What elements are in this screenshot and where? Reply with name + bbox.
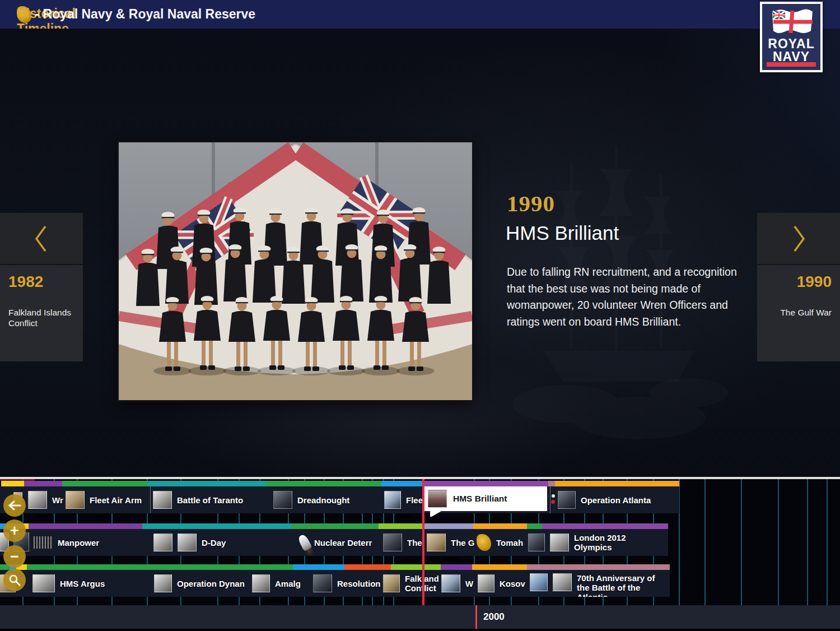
event-label: Wr bbox=[52, 495, 63, 505]
timeline-event-tomahawk[interactable]: Tomah bbox=[477, 529, 523, 556]
event-thumbnail bbox=[428, 490, 447, 508]
axis-year-label: 2000 bbox=[483, 611, 505, 623]
chevron-left-icon bbox=[31, 221, 52, 256]
timeline-event-hms-brilliant-selected[interactable]: HMS Brilliant bbox=[423, 486, 547, 511]
timeline-event-london-2012-olympics[interactable]: London 2012 Olympics bbox=[528, 529, 637, 556]
timeline-strip-row-2 bbox=[0, 523, 840, 529]
row-divider bbox=[150, 486, 151, 513]
event-label: Kosov bbox=[500, 579, 525, 588]
event-label: Nuclear Deterr bbox=[314, 538, 372, 548]
event-label: Dreadnought bbox=[297, 495, 349, 505]
event-label: Operation Atlanta bbox=[581, 495, 651, 505]
timeline-event-amalgamation[interactable]: Amalg bbox=[252, 570, 301, 597]
zoom-in-button[interactable]: + bbox=[3, 519, 26, 542]
timeline-event-battle-of-taranto[interactable]: Battle of Taranto bbox=[153, 486, 243, 513]
zoom-out-button[interactable]: − bbox=[3, 545, 26, 568]
chevron-right-icon bbox=[788, 221, 809, 256]
timeline-event-wrns[interactable]: Wr bbox=[28, 486, 63, 513]
event-thumbnail bbox=[153, 491, 172, 509]
main-stage: 1990 HMS Brilliant Due to falling RN rec… bbox=[0, 29, 840, 477]
event-thumbnail bbox=[34, 536, 53, 549]
prev-event-panel[interactable]: 1982 Falkland Islands Conflict bbox=[0, 265, 83, 361]
timeline-row-3: HMS Argus Operation Dynan Amalg Resoluti… bbox=[0, 570, 670, 597]
event-label: Operation Dynan bbox=[177, 579, 245, 588]
event-photo-wrens bbox=[119, 142, 472, 400]
next-event-year: 1990 bbox=[766, 273, 832, 291]
timeline-cursor[interactable] bbox=[422, 479, 424, 605]
timeline-event-operation-dynamo[interactable]: Operation Dynan bbox=[154, 570, 245, 597]
timeline-event-the-truncated[interactable]: The bbox=[383, 529, 422, 556]
poppy-marker-icon bbox=[552, 494, 555, 498]
event-label: London 2012 Olympics bbox=[574, 533, 637, 552]
rocket-thumbnail bbox=[297, 533, 312, 551]
timeline-event-kosovo[interactable]: Kosov bbox=[478, 570, 525, 597]
event-thumbnail bbox=[32, 574, 55, 592]
timeline-event-nuclear-deterrent[interactable]: Nuclear Deterr bbox=[300, 529, 372, 556]
timeline-event-fleet-air-arm[interactable]: Fleet Air Arm bbox=[66, 486, 142, 513]
event-thumbnail bbox=[273, 491, 292, 509]
event-thumbnail bbox=[178, 533, 197, 551]
timeline-strip-row-3 bbox=[0, 564, 840, 570]
next-event-label: The Gulf War bbox=[766, 307, 832, 318]
logo-red-bar bbox=[767, 62, 816, 67]
event-label: Battle of Taranto bbox=[177, 495, 243, 505]
page-title-highlight: Historical Timeline bbox=[17, 6, 31, 23]
event-label: Flee bbox=[406, 495, 423, 505]
timeline-event-d-day[interactable]: D-Day bbox=[153, 529, 226, 556]
timeline-axis: 2000 bbox=[0, 605, 840, 629]
search-button[interactable] bbox=[3, 569, 26, 591]
prev-event-button[interactable] bbox=[0, 213, 83, 264]
search-icon bbox=[8, 574, 21, 586]
event-thumbnail bbox=[478, 574, 494, 592]
timeline-event-w-truncated[interactable]: W bbox=[441, 570, 473, 597]
event-thumbnail bbox=[477, 534, 491, 551]
event-thumbnail bbox=[252, 574, 270, 592]
timeline-event-the-gulf-truncated[interactable]: The G bbox=[427, 529, 475, 556]
white-ensign-flag-icon bbox=[768, 7, 819, 38]
event-label: D-Day bbox=[202, 538, 226, 548]
event-label: HMS Argus bbox=[60, 579, 105, 588]
detail-description: Due to falling RN recruitment, and a rec… bbox=[507, 264, 738, 330]
timeline-row-2: Manpower D-Day Nuclear Deterr The The G bbox=[0, 529, 668, 556]
event-label: 70th Anniversary of the Battle of the At… bbox=[577, 573, 666, 597]
event-thumbnail bbox=[154, 574, 172, 592]
timeline-footer-strip bbox=[0, 629, 840, 631]
header-bar: Historical Timeline - Royal Navy & Royal… bbox=[0, 0, 840, 29]
event-thumbnail bbox=[530, 573, 548, 591]
timeline-event-fleet-truncated[interactable]: Flee bbox=[384, 486, 423, 513]
back-button[interactable] bbox=[3, 494, 26, 517]
event-thumbnail bbox=[550, 533, 569, 551]
event-thumbnail bbox=[558, 491, 576, 509]
timeline-event-manpower[interactable]: Manpower bbox=[34, 529, 99, 556]
event-label: Falkland Conflict bbox=[405, 574, 438, 593]
event-label: Tomah bbox=[496, 538, 523, 548]
timeline-panel: Wr Fleet Air Arm Battle of Taranto Dread… bbox=[0, 479, 840, 631]
prev-event-label: Falkland Islands Conflict bbox=[8, 307, 74, 328]
event-label: Manpower bbox=[58, 538, 99, 548]
event-thumbnail bbox=[383, 533, 402, 551]
timeline-event-resolution[interactable]: Resolution bbox=[313, 570, 381, 597]
timeline-event-70th-anniversary[interactable]: 70th Anniversary of the Battle of the At… bbox=[530, 570, 666, 597]
event-thumbnail bbox=[153, 533, 172, 551]
timeline-event-hms-argus[interactable]: HMS Argus bbox=[32, 570, 105, 597]
event-thumbnail bbox=[441, 574, 460, 592]
event-thumbnail bbox=[66, 491, 85, 509]
event-label: The bbox=[407, 538, 422, 548]
event-label: The G bbox=[451, 538, 475, 548]
back-arrow-icon bbox=[8, 500, 21, 511]
event-thumbnail bbox=[28, 491, 47, 509]
event-label: W bbox=[465, 579, 473, 588]
timeline-event-operation-atlanta[interactable]: Operation Atlanta bbox=[558, 486, 651, 513]
event-thumbnail bbox=[384, 491, 401, 509]
timeline-event-dreadnought[interactable]: Dreadnought bbox=[273, 486, 349, 513]
timeline-strip-row-1 bbox=[0, 481, 840, 486]
next-event-button[interactable] bbox=[757, 213, 840, 264]
axis-year-tick bbox=[475, 605, 477, 629]
event-label: Resolution bbox=[337, 579, 381, 588]
logo-word-royal: ROYAL bbox=[762, 38, 820, 50]
event-thumbnail bbox=[313, 574, 332, 592]
timeline-event-falkland-conflict[interactable]: Falkland Conflict bbox=[383, 570, 438, 597]
next-event-panel[interactable]: 1990 The Gulf War bbox=[757, 265, 840, 361]
event-thumbnail bbox=[553, 573, 572, 591]
event-label: HMS Brilliant bbox=[453, 494, 507, 504]
